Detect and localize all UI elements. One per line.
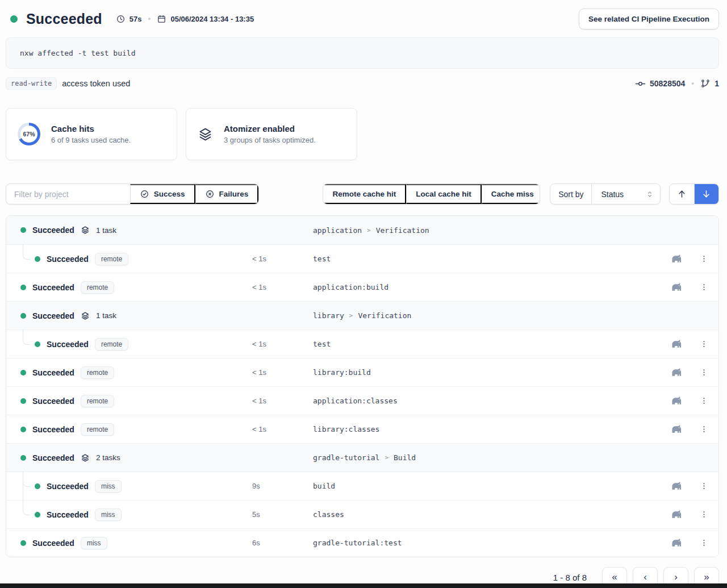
cache-status-badge: remote bbox=[81, 395, 114, 407]
row-menu-button[interactable] bbox=[699, 253, 709, 265]
gradle-elephant-icon bbox=[671, 366, 683, 378]
task-name: library:classes bbox=[313, 425, 379, 433]
row-menu-button[interactable] bbox=[699, 480, 709, 492]
failures-filter-button[interactable]: Failures bbox=[195, 184, 259, 204]
task-duration: 5s bbox=[252, 510, 260, 519]
task-row[interactable]: Succeededmiss6sgradle-tutorial:test bbox=[6, 528, 718, 557]
tree-connector bbox=[23, 330, 30, 345]
task-name: test bbox=[313, 340, 331, 348]
status-dot bbox=[20, 427, 26, 432]
sort-by-label: Sort by bbox=[550, 184, 591, 204]
gradle-elephant-icon bbox=[671, 508, 683, 520]
row-status-cluster: Succeededremote bbox=[6, 366, 114, 379]
sort-ascending-button[interactable] bbox=[670, 184, 694, 204]
row-menu-button[interactable] bbox=[699, 366, 709, 378]
run-meta: 57s • 05/06/2024 13:34 - 13:35 bbox=[116, 14, 254, 24]
arrow-up-icon bbox=[676, 189, 687, 199]
project-filter-input[interactable] bbox=[6, 184, 130, 204]
task-name: library:build bbox=[313, 368, 371, 377]
task-duration: 9s bbox=[252, 482, 260, 490]
row-menu-button[interactable] bbox=[699, 423, 709, 435]
remote-cache-hit-button[interactable]: Remote cache hit bbox=[323, 184, 406, 204]
row-actions bbox=[670, 536, 709, 550]
kebab-menu-icon bbox=[700, 282, 708, 292]
row-actions bbox=[670, 337, 709, 351]
related-pipeline-button[interactable]: See related CI Pipeline Execution bbox=[579, 9, 719, 30]
row-status-label: Succeeded bbox=[47, 255, 89, 264]
summary-cards: 67% Cache hits 6 of 9 tasks used cache. … bbox=[6, 108, 719, 160]
row-status-label: Succeeded bbox=[47, 510, 89, 519]
gradle-scan-button[interactable] bbox=[670, 536, 684, 550]
pagination-range-label: 1 - 8 of 8 bbox=[553, 573, 587, 582]
sort-select[interactable]: Status bbox=[591, 184, 659, 204]
task-name: classes bbox=[313, 510, 344, 519]
kebab-menu-icon bbox=[700, 481, 708, 491]
cache-status-badge: miss bbox=[81, 537, 107, 549]
gradle-scan-button[interactable] bbox=[670, 479, 684, 493]
success-filter-label: Success bbox=[154, 190, 185, 198]
row-status-cluster: Succeededmiss bbox=[6, 537, 107, 549]
sort-descending-button[interactable] bbox=[694, 184, 718, 204]
task-group-row[interactable]: Succeeded1 taskapplication>Verification bbox=[6, 216, 718, 244]
task-row[interactable]: Succeededremote< 1stest bbox=[6, 330, 718, 358]
gradle-scan-button[interactable] bbox=[670, 280, 684, 294]
task-row[interactable]: Succeededremote< 1slibrary:build bbox=[6, 358, 718, 386]
cache-status-badge: remote bbox=[95, 338, 128, 351]
row-menu-button[interactable] bbox=[699, 395, 709, 407]
task-row[interactable]: Succeededmiss5sclasses bbox=[6, 500, 718, 528]
cache-ring: 67% bbox=[18, 123, 40, 145]
gradle-elephant-icon bbox=[671, 281, 683, 293]
row-actions bbox=[670, 507, 709, 522]
row-status-cluster: Succeededremote bbox=[6, 395, 114, 407]
chevron-updown-icon bbox=[645, 190, 654, 199]
gradle-scan-button[interactable] bbox=[670, 337, 684, 351]
commit-sha[interactable]: 50828504 bbox=[650, 79, 685, 88]
gradle-elephant-icon bbox=[671, 395, 683, 407]
filter-bar: Success Failures Remote cache hitLocal c… bbox=[6, 184, 719, 205]
gradle-scan-button[interactable] bbox=[670, 252, 684, 266]
tree-connector bbox=[23, 244, 30, 260]
gradle-scan-button[interactable] bbox=[670, 507, 684, 522]
task-duration: < 1s bbox=[252, 340, 266, 348]
kebab-menu-icon bbox=[700, 424, 708, 434]
gradle-elephant-icon bbox=[671, 423, 683, 435]
kebab-menu-icon bbox=[700, 339, 708, 349]
status-dot bbox=[20, 313, 26, 319]
breadcrumb-separator: > bbox=[367, 227, 371, 234]
row-menu-button[interactable] bbox=[699, 537, 709, 549]
task-duration: < 1s bbox=[252, 255, 266, 263]
status-dot bbox=[20, 227, 26, 233]
row-status-label: Succeeded bbox=[32, 397, 74, 406]
cache-miss-button[interactable]: Cache miss bbox=[482, 184, 541, 204]
gradle-scan-button[interactable] bbox=[670, 394, 684, 408]
local-cache-hit-button[interactable]: Local cache hit bbox=[406, 184, 482, 204]
task-row[interactable]: Succeededremote< 1sapplication:classes bbox=[6, 386, 718, 415]
row-menu-button[interactable] bbox=[699, 338, 709, 350]
tree-connector bbox=[23, 472, 30, 487]
date-range: 05/06/2024 13:34 - 13:35 bbox=[170, 15, 254, 23]
gradle-elephant-icon bbox=[671, 537, 683, 549]
task-duration: 6s bbox=[252, 539, 260, 547]
row-menu-button[interactable] bbox=[699, 508, 709, 520]
token-scope-badge: read-write bbox=[6, 77, 57, 90]
branch-icon bbox=[700, 78, 711, 89]
row-actions bbox=[670, 252, 709, 266]
task-row[interactable]: Succeededmiss9sbuild bbox=[6, 472, 718, 500]
meta-separator: • bbox=[148, 14, 151, 23]
gradle-scan-button[interactable] bbox=[670, 365, 684, 380]
kebab-menu-icon bbox=[700, 254, 708, 264]
row-status-cluster: Succeeded2 tasks bbox=[6, 453, 120, 462]
task-row[interactable]: Succeededremote< 1slibrary:classes bbox=[6, 415, 718, 443]
row-actions bbox=[670, 422, 709, 436]
success-filter-button[interactable]: Success bbox=[130, 184, 195, 204]
task-group-row[interactable]: Succeeded2 tasksgradle-tutorial>Build bbox=[6, 443, 718, 472]
row-status-cluster: Succeededremote bbox=[6, 281, 114, 294]
task-row[interactable]: Succeededremote< 1sapplication:build bbox=[6, 273, 718, 301]
row-menu-button[interactable] bbox=[699, 281, 709, 293]
token-row: read-write access token used 50828504 • … bbox=[6, 77, 719, 90]
gradle-scan-button[interactable] bbox=[670, 422, 684, 436]
status-dot bbox=[10, 15, 18, 23]
task-row[interactable]: Succeededremote< 1stest bbox=[6, 244, 718, 273]
task-group-row[interactable]: Succeeded1 tasklibrary>Verification bbox=[6, 301, 718, 330]
cache-filter-group: Remote cache hitLocal cache hitCache mis… bbox=[323, 184, 540, 205]
